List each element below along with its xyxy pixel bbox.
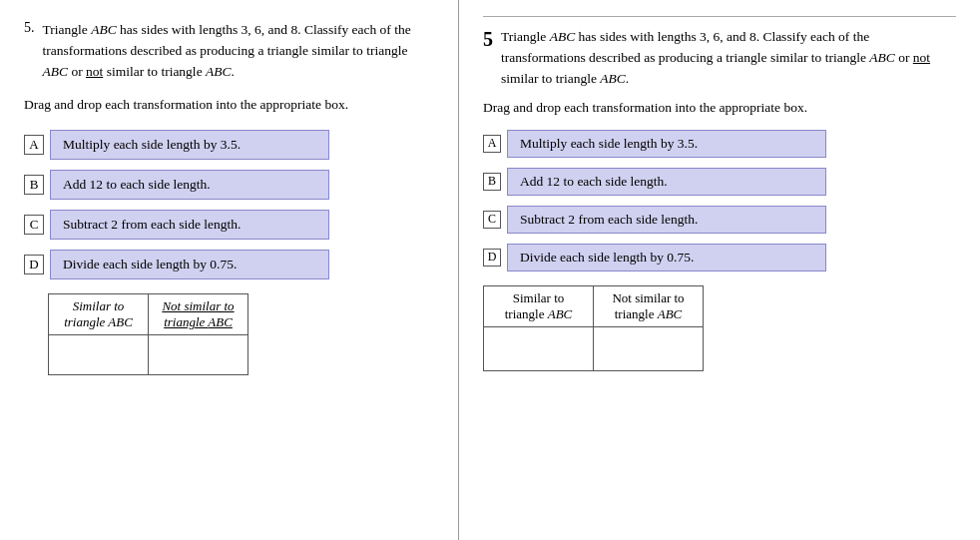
left-col1-header: Similar totriangle ABC bbox=[49, 293, 149, 334]
right-question-header: 5 Triangle ABC has sides with lengths 3,… bbox=[483, 27, 956, 90]
left-abc2: ABC bbox=[43, 64, 69, 79]
right-panel: 5 Triangle ABC has sides with lengths 3,… bbox=[459, 0, 980, 540]
left-abc1: ABC bbox=[91, 22, 117, 37]
right-box-a[interactable]: Multiply each side length by 3.5. bbox=[507, 130, 826, 158]
right-drop-table: Similar totriangle ABC Not similar totri… bbox=[483, 285, 704, 371]
left-question-header: 5. Triangle ABC has sides with lengths 3… bbox=[24, 20, 434, 83]
left-question-text: Triangle ABC has sides with lengths 3, 6… bbox=[43, 20, 435, 83]
right-question-number: 5 bbox=[483, 27, 493, 51]
right-box-b[interactable]: Add 12 to each side length. bbox=[507, 168, 826, 196]
right-col2-header: Not similar totriangle ABC bbox=[594, 285, 704, 326]
left-drop-cell-1[interactable] bbox=[49, 334, 149, 374]
right-label-d: D bbox=[483, 249, 501, 267]
left-col2-header: Not similar totriangle ABC bbox=[149, 293, 248, 334]
right-item-a[interactable]: A Multiply each side length by 3.5. bbox=[483, 130, 956, 158]
left-abc3: ABC bbox=[206, 64, 232, 79]
left-item-b[interactable]: B Add 12 to each side length. bbox=[24, 170, 434, 200]
right-item-c[interactable]: C Subtract 2 from each side length. bbox=[483, 206, 956, 234]
left-box-d[interactable]: Divide each side length by 0.75. bbox=[50, 250, 329, 279]
left-item-c[interactable]: C Subtract 2 from each side length. bbox=[24, 210, 434, 240]
right-item-d[interactable]: D Divide each side length by 0.75. bbox=[483, 244, 956, 271]
right-label-b: B bbox=[483, 173, 501, 191]
left-label-a: A bbox=[24, 135, 44, 155]
right-box-c[interactable]: Subtract 2 from each side length. bbox=[507, 206, 826, 234]
right-drop-cell-2[interactable] bbox=[594, 326, 704, 370]
left-box-c[interactable]: Subtract 2 from each side length. bbox=[50, 210, 329, 240]
right-not: not bbox=[913, 50, 930, 65]
left-label-b: B bbox=[24, 175, 44, 195]
right-col1-header: Similar totriangle ABC bbox=[484, 285, 594, 326]
left-item-a[interactable]: A Multiply each side length by 3.5. bbox=[24, 130, 434, 160]
left-drag-instruction: Drag and drop each transformation into t… bbox=[24, 95, 434, 116]
right-box-d[interactable]: Divide each side length by 0.75. bbox=[507, 244, 826, 271]
left-item-d[interactable]: D Divide each side length by 0.75. bbox=[24, 250, 434, 279]
left-label-d: D bbox=[24, 255, 44, 274]
left-label-c: C bbox=[24, 215, 44, 235]
left-panel: 5. Triangle ABC has sides with lengths 3… bbox=[0, 0, 459, 540]
left-question-number: 5. bbox=[24, 20, 35, 36]
left-not: not bbox=[86, 64, 103, 79]
left-box-b[interactable]: Add 12 to each side length. bbox=[50, 170, 329, 200]
right-abc2: ABC bbox=[869, 50, 895, 65]
right-question-text: Triangle ABC has sides with lengths 3, 6… bbox=[501, 27, 956, 90]
right-drop-cell-1[interactable] bbox=[484, 326, 594, 370]
right-item-b[interactable]: B Add 12 to each side length. bbox=[483, 168, 956, 196]
right-abc3: ABC bbox=[600, 71, 626, 86]
right-label-a: A bbox=[483, 135, 501, 153]
right-abc1: ABC bbox=[550, 29, 576, 44]
left-drop-cell-2[interactable] bbox=[149, 334, 248, 374]
left-drop-table: Similar totriangle ABC Not similar totri… bbox=[48, 293, 248, 375]
left-box-a[interactable]: Multiply each side length by 3.5. bbox=[50, 130, 329, 160]
right-label-c: C bbox=[483, 211, 501, 229]
right-top-section: 5 Triangle ABC has sides with lengths 3,… bbox=[483, 16, 956, 371]
right-drag-instruction: Drag and drop each transformation into t… bbox=[483, 100, 956, 116]
